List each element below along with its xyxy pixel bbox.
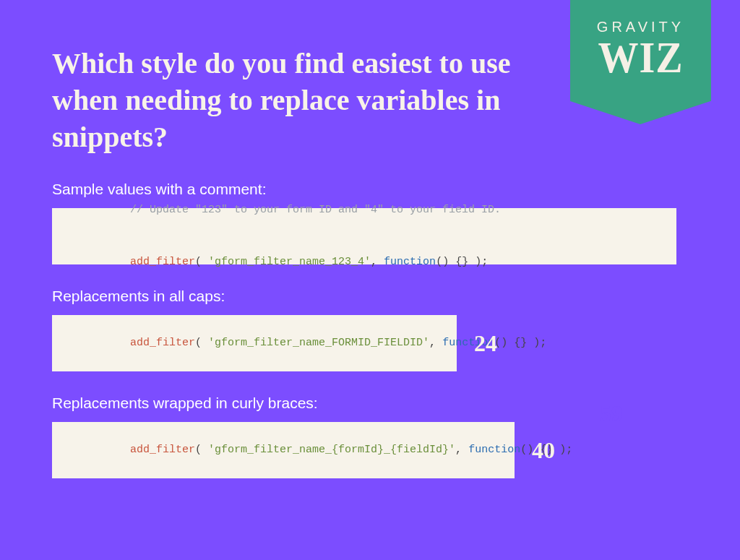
code-open: (	[195, 256, 208, 268]
code-sample: // Update "123" to your form ID and "4" …	[65, 184, 501, 236]
code-close: );	[475, 256, 488, 268]
code-fn: add_filter	[130, 444, 195, 456]
poll-bar: add_filter( 'gform_filter_name_FORMID_FI…	[52, 315, 457, 371]
poll-bar: add_filter( 'gform_filter_name_{formId}_…	[52, 422, 515, 478]
poll-row: Sample values with a comment: // Update …	[52, 181, 688, 264]
code-sample: add_filter( 'gform_filter_name_{formId}_…	[65, 424, 572, 476]
code-sep: ,	[455, 444, 468, 456]
code-open: (	[195, 444, 208, 456]
code-string: 'gform_filter_name_{formId}_{fieldId}'	[208, 444, 455, 456]
code-close: );	[533, 337, 546, 349]
poll-row-bar-wrap: add_filter( 'gform_filter_name_FORMID_FI…	[52, 315, 688, 371]
code-body: () {}	[494, 337, 533, 349]
code-sep: ,	[429, 337, 442, 349]
poll-row-bar-wrap: add_filter( 'gform_filter_name_{formId}_…	[52, 422, 688, 478]
poll-value: 24	[474, 330, 497, 357]
poll-row-label: Replacements wrapped in curly braces:	[52, 395, 688, 412]
code-body: () {}	[436, 256, 475, 268]
poll-chart: Sample values with a comment: // Update …	[52, 181, 688, 501]
code-string: 'gform_filter_name_123_4'	[208, 256, 371, 268]
code-close: );	[559, 444, 572, 456]
code-keyword: function	[468, 444, 520, 456]
code-sample-line2: add_filter( 'gform_filter_name_123_4', f…	[65, 236, 488, 288]
poll-value: 40	[532, 437, 555, 464]
code-fn: add_filter	[130, 256, 195, 268]
poll-row-bar-wrap: // Update "123" to your form ID and "4" …	[52, 208, 688, 264]
logo-badge: GRAVITY WIZ	[570, 0, 711, 101]
code-sep: ,	[371, 256, 384, 268]
page-title: Which style do you find easiest to use w…	[52, 45, 529, 156]
poll-row-label: Replacements in all caps:	[52, 288, 688, 305]
poll-row: Replacements wrapped in curly braces: ad…	[52, 395, 688, 478]
code-open: (	[195, 337, 208, 349]
code-keyword: function	[384, 256, 436, 268]
poll-bar: // Update "123" to your form ID and "4" …	[52, 208, 676, 264]
poll-row: Replacements in all caps: add_filter( 'g…	[52, 288, 688, 371]
code-fn: add_filter	[130, 337, 195, 349]
code-comment: // Update "123" to your form ID and "4" …	[130, 204, 501, 216]
poll-value: 59	[600, 400, 623, 427]
logo-line2: WIZ	[598, 35, 683, 79]
code-string: 'gform_filter_name_FORMID_FIELDID'	[208, 337, 429, 349]
